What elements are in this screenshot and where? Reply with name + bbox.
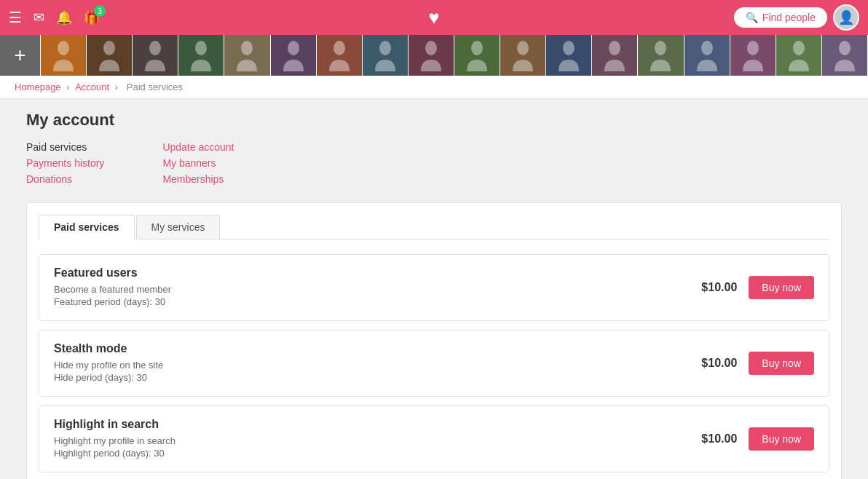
svg-point-14 [701, 41, 713, 55]
account-menu-col2: Update account My banners Memberships [162, 141, 234, 185]
breadcrumb-sep1: › [66, 82, 72, 92]
topnav-right: 🔍 Find people 👤 [734, 4, 859, 31]
hamburger-icon[interactable]: ☰ [9, 9, 22, 26]
breadcrumb-current: Paid services [127, 82, 183, 92]
topnav-left: ☰ ✉ 🔔 🎁 3 [9, 9, 100, 26]
svg-point-5 [288, 41, 299, 55]
payments-history-link[interactable]: Payments history [26, 157, 104, 169]
add-photo-button[interactable]: + [0, 35, 41, 76]
service-card-highlight-search: Highlight in search Highlight my profile… [39, 405, 829, 472]
my-banners-link[interactable]: My banners [162, 157, 234, 169]
notifications-icon[interactable]: 🔔 [56, 9, 72, 25]
list-item[interactable] [178, 35, 224, 76]
svg-point-10 [517, 41, 529, 55]
service-info: Highlight in search Highlight my profile… [54, 418, 701, 460]
service-price: $10.00 [701, 357, 737, 370]
list-item[interactable] [271, 35, 317, 76]
heart-logo-icon: ♥ [428, 7, 439, 28]
breadcrumb: Homepage › Account › Paid services [0, 76, 868, 99]
svg-point-9 [471, 41, 483, 55]
service-name: Featured users [54, 266, 701, 280]
services-container: Paid services My services Featured users… [26, 202, 842, 479]
service-desc2: Highlight period (days): 30 [54, 448, 701, 459]
service-card-featured-users: Featured users Become a featured member … [39, 254, 829, 321]
service-name: Highlight in search [54, 418, 701, 431]
list-item[interactable] [317, 35, 363, 76]
list-item[interactable] [684, 35, 730, 76]
svg-point-7 [379, 41, 391, 55]
paid-services-menu-item: Paid services [26, 141, 104, 153]
update-account-link[interactable]: Update account [162, 141, 234, 153]
donations-link[interactable]: Donations [26, 173, 104, 185]
service-price: $10.00 [701, 281, 737, 294]
list-item[interactable] [224, 35, 270, 76]
notification-badge: 3 [94, 5, 106, 17]
avatar[interactable]: 👤 [833, 4, 859, 31]
find-people-button[interactable]: 🔍 Find people [734, 7, 827, 28]
list-item[interactable] [87, 35, 133, 76]
service-info: Stealth mode Hide my profile on the site… [54, 342, 701, 384]
service-desc1: Highlight my profile in search [54, 435, 701, 446]
service-name: Stealth mode [54, 342, 701, 355]
main-content: My account Paid services Payments histor… [12, 99, 856, 479]
topnav-center: ♥ [428, 7, 439, 29]
list-item[interactable] [363, 35, 409, 76]
memberships-link[interactable]: Memberships [162, 173, 234, 185]
svg-point-12 [609, 41, 620, 55]
buy-featured-users-button[interactable]: Buy now [749, 276, 814, 299]
tab-my-services[interactable]: My services [136, 215, 221, 239]
find-people-label: Find people [762, 12, 816, 23]
search-icon: 🔍 [746, 12, 758, 23]
list-item[interactable] [730, 35, 776, 76]
list-item[interactable] [500, 35, 546, 76]
list-item[interactable] [546, 35, 592, 76]
tabs: Paid services My services [39, 215, 829, 239]
service-card-stealth-mode: Stealth mode Hide my profile on the site… [39, 330, 829, 397]
tab-paid-services[interactable]: Paid services [39, 215, 135, 239]
service-desc1: Become a featured member [54, 284, 701, 295]
breadcrumb-sep2: › [115, 82, 121, 92]
breadcrumb-account-link[interactable]: Account [75, 82, 109, 92]
account-menu-col1: Paid services Payments history Donations [26, 141, 104, 185]
list-item[interactable] [776, 35, 822, 76]
list-item[interactable] [592, 35, 638, 76]
svg-point-8 [425, 41, 437, 55]
list-item[interactable] [409, 35, 454, 76]
messages-icon[interactable]: ✉ [33, 9, 44, 25]
account-menu: Paid services Payments history Donations… [26, 141, 842, 185]
topnav: ☰ ✉ 🔔 🎁 3 ♥ 🔍 Find people 👤 [0, 0, 868, 35]
service-price-action: $10.00 Buy now [701, 352, 814, 375]
breadcrumb-homepage-link[interactable]: Homepage [15, 82, 61, 92]
svg-point-15 [747, 41, 759, 55]
service-desc2: Featured period (days): 30 [54, 296, 701, 307]
svg-point-6 [334, 41, 345, 55]
service-price: $10.00 [701, 432, 737, 446]
service-price-action: $10.00 Buy now [701, 427, 814, 451]
svg-point-16 [793, 41, 805, 55]
list-item[interactable] [133, 35, 178, 76]
photo-strip: + [0, 35, 868, 76]
svg-point-2 [149, 41, 161, 55]
svg-point-4 [241, 41, 253, 55]
list-item[interactable] [41, 35, 87, 76]
list-item[interactable] [822, 35, 868, 76]
gift-icon-wrap[interactable]: 🎁 3 [84, 9, 100, 25]
svg-point-0 [58, 41, 69, 55]
list-item[interactable] [638, 35, 684, 76]
service-desc1: Hide my profile on the site [54, 360, 701, 371]
list-item[interactable] [454, 35, 500, 76]
svg-point-1 [103, 41, 115, 55]
buy-highlight-search-button[interactable]: Buy now [749, 427, 814, 451]
svg-point-11 [563, 41, 575, 55]
page-title: My account [26, 111, 842, 130]
svg-point-17 [839, 41, 851, 55]
service-price-action: $10.00 Buy now [701, 276, 814, 299]
svg-point-13 [655, 41, 666, 55]
service-info: Featured users Become a featured member … [54, 266, 701, 309]
buy-stealth-mode-button[interactable]: Buy now [749, 352, 814, 375]
service-desc2: Hide period (days): 30 [54, 372, 701, 383]
svg-point-3 [195, 41, 207, 55]
